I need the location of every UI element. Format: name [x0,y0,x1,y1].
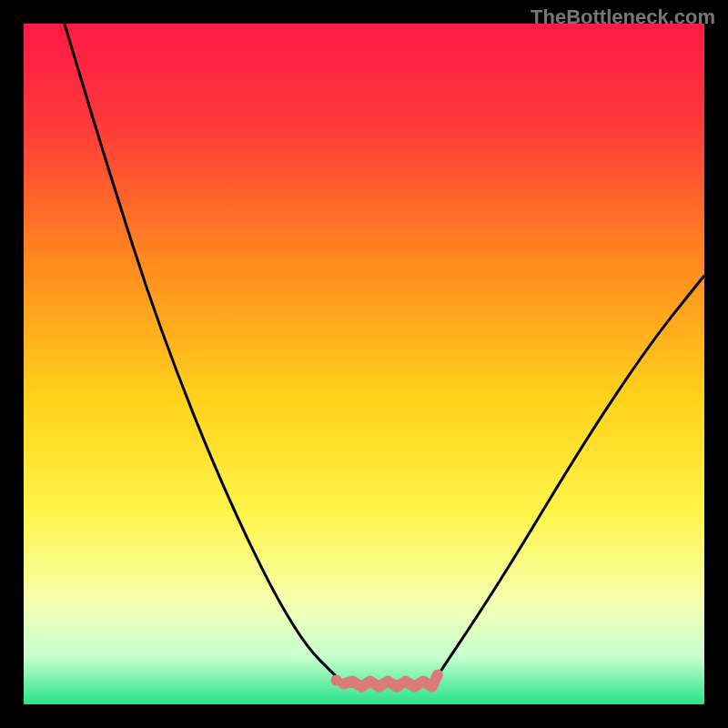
watermark-text: TheBottleneck.com [531,5,715,29]
chart-frame: TheBottleneck.com [0,0,728,728]
bottleneck-optimal-marker [331,675,438,687]
plot-area [24,24,704,704]
right-curve [432,276,704,684]
left-curve [65,24,344,684]
curve-layer [24,24,704,704]
